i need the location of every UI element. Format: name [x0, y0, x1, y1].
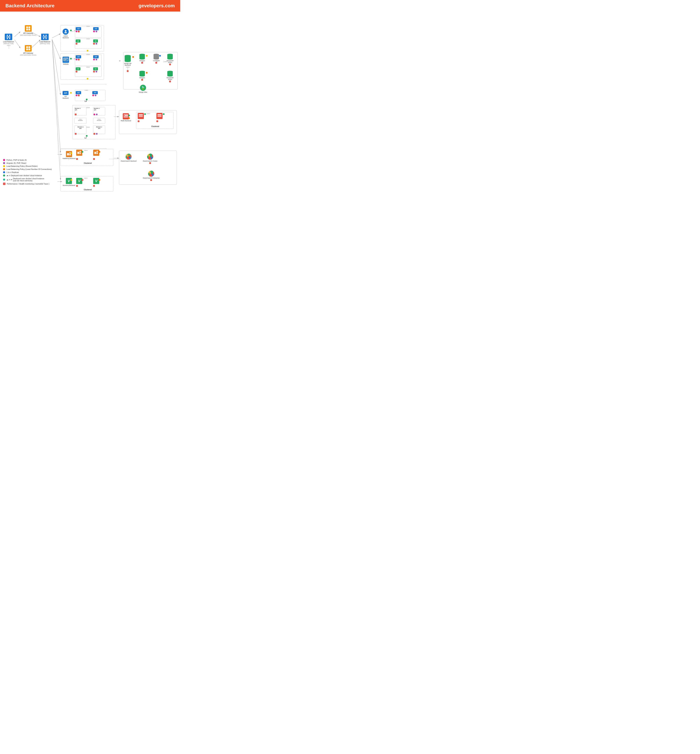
svg-rect-21: [7, 38, 8, 39]
legend-purple: Angular JS, PHP, React: [3, 162, 52, 164]
svg-rect-58: [67, 153, 69, 155]
legend-blue-label: 1 to n Replicas: [6, 171, 19, 173]
rabbitmq-label: Rabbitmq Backend: [62, 158, 75, 160]
shard-1-icon: [167, 54, 173, 59]
svg-line-5: [52, 34, 61, 38]
load-balancer-1-label: Load Balancer: [3, 41, 14, 43]
mongos-1-mid: [139, 55, 145, 58]
elasticsearch-cluster-node: ElasticSearch Cluster +: [143, 153, 158, 164]
website-node: Website: [62, 56, 69, 65]
rabbit-clustered-label: Clustered: [84, 162, 92, 164]
es-enterprise-badge: +: [150, 179, 152, 181]
svg-point-71: [127, 156, 128, 158]
svg-point-79: [149, 174, 151, 175]
admin-ui-2-dot: [95, 43, 97, 45]
configdb-mid: [153, 55, 159, 58]
load-balancer-2-sublabel: (HAProxy / ELB): [40, 43, 50, 44]
page-title: Backend Architecture: [5, 3, 55, 8]
vernemq-cl-badge-1: +: [81, 179, 83, 181]
rabbit-cl-badge-1: +: [76, 158, 78, 160]
mongos-2-node: Mongos +: [139, 71, 145, 81]
load-balancer-1-sublabel: (HAProxy / ELB): [3, 43, 14, 44]
website-1ton-ui-label: 1 to n: [86, 66, 90, 68]
redis-cl-dot-2: [163, 113, 165, 115]
mod1-modules-label-1: 1 to xModules: [75, 118, 86, 122]
configdb-badge: +: [155, 62, 157, 64]
website-api-1-icon: API: [76, 55, 81, 58]
svg-point-76: [150, 156, 152, 158]
website-api-2-dot: [93, 59, 95, 60]
vernemq-cluster-2-icon: V: [93, 178, 99, 184]
redis-cl-dot-1: [144, 113, 146, 115]
es-cluster-badge: +: [149, 162, 151, 164]
svg-line-8: [52, 40, 61, 153]
elasticsearch-cluster-icon: [147, 153, 153, 160]
website-label: Website: [63, 63, 69, 65]
module2-label-1: Module 2API: [75, 126, 86, 130]
admin-api-1-dot-pink: [76, 31, 77, 32]
admin-ui-1-badge: +: [76, 43, 77, 45]
api-backend-icon: API: [62, 91, 68, 95]
elasticsearch-backend-icon: [125, 153, 131, 160]
api-gateway-1-label: API Gateway: [23, 32, 33, 34]
mongo-stack-icon: [125, 55, 131, 62]
admin-ui-2: UI +: [93, 39, 98, 43]
config-db-label: ConfigDB: [153, 60, 159, 61]
website-ui-1: UI +: [76, 67, 80, 71]
svg-point-75: [148, 156, 150, 158]
mongos-1-node: Mongos +: [139, 54, 145, 64]
vernemq-yellow-dot: [70, 179, 72, 181]
website-ui-2-icon: UI: [93, 67, 98, 70]
mongo-db-backend-label: Mongo DBBackend: [124, 63, 131, 66]
legend-green-dot: [3, 174, 5, 177]
mongo-db-backend-node: Mongo DBBackend 1 to n +: [124, 55, 131, 72]
redis-cluster-node-2: [156, 113, 162, 119]
l7-label: L7: [85, 137, 87, 139]
admin-api-1-icon: API: [76, 27, 81, 30]
admin-ui-2-icon: UI: [93, 39, 98, 42]
elasticsearch-enterprise-label: ElasticSearch Enterprise: [143, 177, 159, 179]
admin-ui-1-icon: UI: [76, 39, 80, 42]
vernemq-icon: V: [66, 178, 72, 184]
mongos-2-label: Mongos: [139, 77, 145, 78]
api-l4-api-2: API: [92, 91, 98, 95]
legend-teal: ☁≡⇌ Deployed over docker/ cloud instance…: [3, 178, 52, 181]
svg-rect-28: [28, 27, 30, 28]
svg-rect-49: [65, 59, 67, 59]
mod1-modules-label-2: 1 to xModules: [93, 118, 105, 122]
mongos-2-top: [139, 71, 145, 72]
admin-backend-node: AdminBackend: [62, 28, 69, 39]
website-ui-1-icon: UI: [76, 67, 80, 70]
module2-box-2: Module 2API: [93, 125, 105, 134]
legend-red-label: Performance / Health monitoring ( Isomet…: [7, 183, 49, 185]
svg-rect-32: [28, 46, 30, 48]
middle-arrow-line: ›: [61, 83, 106, 85]
redis-backend-label: Redis Backend: [121, 120, 131, 122]
load-balancer-2-node: Load Balancer (HAProxy / ELB): [39, 34, 50, 44]
svg-rect-29: [26, 28, 28, 30]
svg-rect-65: [94, 152, 96, 154]
shard-1-mid: [167, 55, 173, 58]
svg-rect-31: [26, 46, 28, 48]
admin-green-dot: [70, 30, 72, 31]
legend-purple-dot: [3, 162, 5, 164]
svg-point-80: [151, 174, 153, 175]
api-l4-dot2: [92, 95, 94, 96]
api-gateway-2-node: API Gateway (With Authorisation Server): [20, 45, 36, 56]
legend-blue: 1 to n Replicas: [3, 171, 52, 173]
api-gateway-2-icon: [25, 45, 31, 52]
mongo-atlas-node: 🍃 Mongo Atlas: [139, 85, 147, 93]
load-balancer-1-node: Load Balancer (HAProxy / ELB) 1 to n: [3, 34, 14, 48]
vernemq-cluster-node-1: V: [76, 178, 82, 184]
api-backend-node: API APIBackend: [62, 91, 69, 99]
l4-label: L4: [85, 100, 87, 102]
shard-1-bot: [167, 58, 173, 59]
vernemq-cl-badge-2: +: [93, 185, 95, 187]
redis-cluster-1-icon: [138, 113, 144, 119]
api-gateway-1-node: API Gateway (With Authorisation Server): [20, 25, 36, 36]
svg-point-44: [65, 30, 67, 32]
admin-ui-1: UI +: [76, 39, 80, 43]
svg-point-72: [129, 156, 130, 158]
shard-2-badge: +: [169, 81, 171, 82]
redis-clustered-label: Clustered: [151, 125, 159, 127]
